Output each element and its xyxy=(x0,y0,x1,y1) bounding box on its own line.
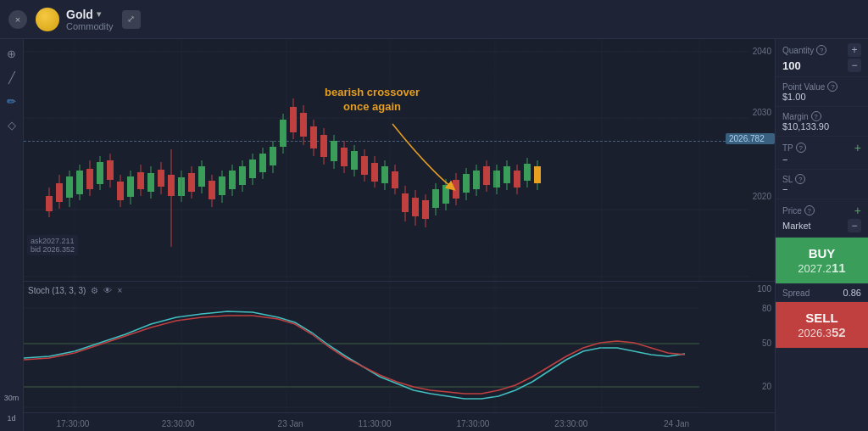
price-section: Price ? + Market − xyxy=(776,199,868,238)
svg-rect-9 xyxy=(56,183,63,202)
sell-price: 2026.352 xyxy=(782,325,861,339)
tp-label: TP ? xyxy=(782,143,806,153)
stoch-close-icon[interactable]: × xyxy=(117,286,122,295)
margin-label: Margin ? xyxy=(782,111,861,121)
time-labels-container: 17:30:00 23:30:00 23 Jan 11:30:00 17:30:… xyxy=(24,413,726,432)
shapes-tool[interactable]: ◇ xyxy=(3,115,21,134)
svg-rect-59 xyxy=(310,126,317,148)
price-value: Market xyxy=(782,221,811,231)
stoch-lbl-80: 80 xyxy=(726,303,775,312)
margin-value: $10,133.90 xyxy=(782,121,861,132)
spread-value: 0.86 xyxy=(843,288,861,298)
buy-button[interactable]: BUY 2027.211 xyxy=(776,238,868,284)
time-lbl-6: 23:30:00 xyxy=(554,419,587,428)
askbid-info: ask2027.211 bid 2026.352 xyxy=(27,235,78,255)
price-value-row: Market − xyxy=(782,219,861,232)
sl-info-icon[interactable]: ? xyxy=(795,174,805,184)
margin-info-icon[interactable]: ? xyxy=(811,111,821,121)
quantity-plus-button[interactable]: + xyxy=(848,43,861,57)
tp-plus-icon[interactable]: + xyxy=(854,141,861,154)
svg-rect-25 xyxy=(137,172,144,189)
stoch-chart xyxy=(24,282,699,412)
svg-rect-95 xyxy=(493,171,500,188)
quantity-info-icon[interactable]: ? xyxy=(816,45,826,55)
crosshair-tool[interactable]: ⊕ xyxy=(3,44,21,63)
svg-rect-27 xyxy=(147,173,154,192)
svg-rect-79 xyxy=(412,198,419,216)
price-label: Price ? xyxy=(782,205,815,216)
time-lbl-4: 11:30:00 xyxy=(359,419,392,428)
time-lbl-3: 23 Jan xyxy=(278,419,303,428)
left-toolbar: ⊕ ╱ ✏ ◇ 30m 1d xyxy=(0,39,24,431)
svg-rect-81 xyxy=(422,200,429,219)
main-chart[interactable]: 2040 2030 2020 2026.782 xyxy=(24,39,775,281)
asset-info: Gold ▾ Commodity xyxy=(66,8,114,31)
stoch-eye-icon[interactable]: 👁 xyxy=(103,286,112,295)
asset-icon xyxy=(36,8,59,31)
price-plus-icon[interactable]: + xyxy=(854,204,861,217)
expand-button[interactable]: ⤢ xyxy=(122,10,141,29)
stoch-lbl-50: 50 xyxy=(726,339,775,348)
time-lbl-2: 23:30:00 xyxy=(162,419,195,428)
quantity-section: Quantity ? + 100 − xyxy=(776,39,868,77)
svg-rect-23 xyxy=(127,176,134,197)
quantity-minus-button[interactable]: − xyxy=(848,59,861,72)
spread-row: Spread 0.86 xyxy=(776,284,868,302)
spread-label: Spread xyxy=(782,288,810,298)
price-minus-button[interactable]: − xyxy=(848,219,861,232)
stoch-axis: 100 80 50 20 xyxy=(726,282,775,412)
sell-button[interactable]: SELL 2026.352 xyxy=(776,302,868,348)
timeframe-30m[interactable]: 30m xyxy=(3,390,21,406)
svg-rect-99 xyxy=(514,171,520,188)
svg-rect-97 xyxy=(504,166,510,183)
svg-rect-7 xyxy=(46,196,53,211)
tp-info-icon[interactable]: ? xyxy=(796,143,806,153)
svg-rect-93 xyxy=(483,166,490,185)
time-lbl-5: 17:30:00 xyxy=(456,419,489,428)
svg-rect-63 xyxy=(331,141,337,161)
svg-rect-41 xyxy=(219,176,225,195)
stoch-settings-icon[interactable]: ⚙ xyxy=(91,286,98,295)
bid-label: bid 2026.352 xyxy=(31,245,75,254)
ask-label: ask2027.211 xyxy=(31,237,75,245)
svg-rect-17 xyxy=(97,162,103,184)
right-panel: Quantity ? + 100 − Point Value ? $1.00 M… xyxy=(775,39,868,431)
svg-rect-101 xyxy=(524,164,531,181)
svg-rect-13 xyxy=(76,171,83,194)
price-label-2040: 2040 xyxy=(753,47,771,56)
point-value-label: Point Value ? xyxy=(782,81,861,92)
margin-section: Margin ? $10,133.90 xyxy=(776,107,868,137)
pencil-tool[interactable]: ✏ xyxy=(3,92,21,110)
svg-rect-69 xyxy=(361,156,368,175)
price-row: Price ? + xyxy=(782,204,861,217)
point-value-info-icon[interactable]: ? xyxy=(827,81,837,92)
asset-name: Gold ▾ xyxy=(66,8,114,21)
main-content: ⊕ ╱ ✏ ◇ 30m 1d 2040 2030 2020 2026.782 xyxy=(0,39,868,431)
svg-rect-53 xyxy=(280,120,287,147)
tp-section: TP ? + − xyxy=(776,137,868,170)
annotation-arrow xyxy=(376,115,477,200)
svg-rect-65 xyxy=(341,148,348,166)
time-axis: 17:30:00 23:30:00 23 Jan 11:30:00 17:30:… xyxy=(24,412,775,431)
close-button[interactable]: × xyxy=(8,10,27,29)
buy-price: 2027.211 xyxy=(782,260,861,275)
time-lbl-7: 24 Jan xyxy=(664,419,689,428)
price-info-icon[interactable]: ? xyxy=(804,205,815,216)
svg-rect-103 xyxy=(534,166,541,183)
quantity-value: 100 xyxy=(782,59,801,72)
svg-rect-39 xyxy=(209,181,215,199)
dropdown-arrow-icon[interactable]: ▾ xyxy=(97,9,101,19)
svg-rect-15 xyxy=(86,169,93,189)
svg-rect-55 xyxy=(290,107,297,132)
buy-label: BUY xyxy=(782,246,861,260)
svg-rect-29 xyxy=(158,170,164,187)
svg-rect-21 xyxy=(117,182,124,200)
asset-category: Commodity xyxy=(66,21,114,31)
line-tool[interactable]: ╱ xyxy=(3,68,21,87)
price-label-2020: 2020 xyxy=(753,192,771,201)
svg-rect-45 xyxy=(239,166,246,185)
svg-rect-37 xyxy=(198,166,205,187)
svg-rect-31 xyxy=(168,175,175,196)
timeframe-1d[interactable]: 1d xyxy=(3,411,21,426)
svg-rect-47 xyxy=(249,160,256,178)
